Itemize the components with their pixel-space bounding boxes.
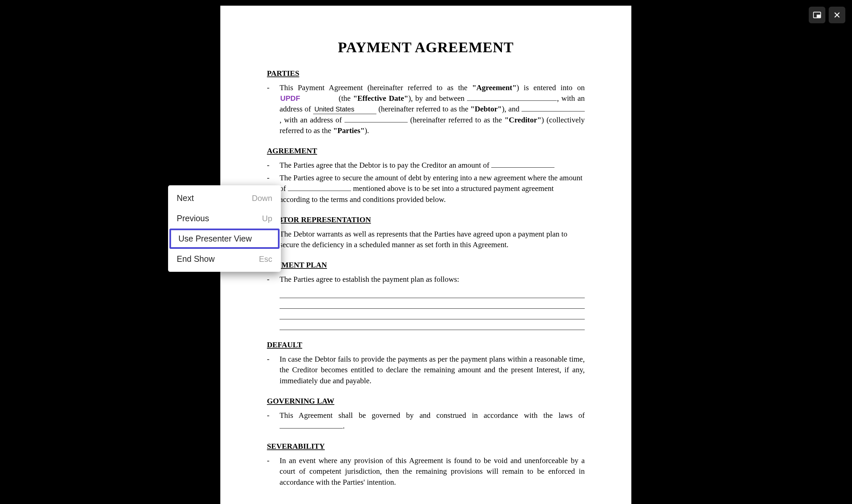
bullet-dash: - [267,354,280,386]
agreement-bold: "Agreement" [472,84,516,92]
bullet-dash: - [267,274,280,285]
parties-text: This Payment Agreement (hereinafter refe… [280,83,585,136]
top-controls [809,7,845,23]
debtor-bold: "Debtor" [470,105,502,113]
text-span: . [343,422,345,430]
governing-law-text: This Agreement shall be governed by and … [280,410,585,431]
menu-item-next[interactable]: Next Down [168,188,281,208]
context-menu: Next Down Previous Up Use Presenter View… [168,185,281,272]
document-page: PAYMENT AGREEMENT PARTIES - This Payment… [220,6,631,504]
agreement-bullet-1: - The Parties agree that the Debtor is t… [267,160,585,171]
blank-line-1[interactable] [280,288,585,298]
bullet-dash: - [267,83,280,136]
bullet-dash: - [267,410,280,431]
address-field[interactable]: United States [313,105,376,114]
bullet-dash: - [267,160,280,171]
between-blank[interactable] [467,101,557,101]
debtor-rep-bullet: - The Debtor warrants as well as represe… [267,229,585,250]
menu-shortcut: Up [262,214,272,223]
text-span: This Payment Agreement (hereinafter refe… [280,84,472,92]
payment-plan-text: The Parties agree to establish the payme… [280,274,585,285]
creditor-bold: "Creditor" [504,116,542,124]
text-span: This Agreement shall be governed by and … [280,411,585,419]
and-blank[interactable] [521,111,585,111]
pip-button[interactable] [809,7,826,23]
menu-label: End Show [177,254,215,264]
svg-rect-1 [817,15,820,17]
menu-label: Previous [177,214,209,223]
text-span: (hereinafter referred to as the [376,105,471,113]
text-span: (hereinafter referred to as the [408,116,504,124]
menu-item-previous[interactable]: Previous Up [168,208,281,229]
bullet-dash: - [267,455,280,488]
agreement-bullet-2: - The Parties agree to secure the amount… [267,173,585,205]
parties-bullet: - This Payment Agreement (hereinafter re… [267,83,585,136]
section-agreement-heading: AGREEMENT [267,147,585,155]
close-button[interactable] [829,7,845,23]
effdate-bold: "Effective Date" [353,94,408,103]
updf-field[interactable]: UPDF [280,93,336,104]
menu-shortcut: Esc [259,254,272,264]
severability-bullet: - In an event where any provision of thi… [267,455,585,488]
section-payment-plan-heading: PAYMENT PLAN [267,261,585,269]
amount2-blank[interactable] [288,191,351,191]
blank-line-4[interactable] [280,320,585,330]
section-severability-heading: SEVERABILITY [267,442,585,451]
text-span: mentioned above is to be set into a stru… [280,184,554,203]
menu-label: Use Presenter View [178,234,252,244]
menu-shortcut: Down [252,194,272,203]
document-title: PAYMENT AGREEMENT [267,39,585,56]
blank-line-3[interactable] [280,309,585,319]
law-blank[interactable] [280,428,343,429]
address2-blank[interactable] [344,122,408,122]
section-governing-law-heading: GOVERNING LAW [267,397,585,406]
text-span: (the [336,94,353,103]
section-default-heading: DEFAULT [267,341,585,349]
amount-blank[interactable] [491,167,554,168]
text-span: ). [365,126,369,135]
agreement-text-1: The Parties agree that the Debtor is to … [280,160,585,171]
menu-item-presenter-view[interactable]: Use Presenter View [170,229,280,249]
severability-text: In an event where any provision of this … [280,455,585,488]
text-span: ), by and between [408,94,467,103]
payment-plan-blank-lines [280,288,585,330]
blank-line-2[interactable] [280,299,585,309]
close-icon [833,11,841,19]
text-span: The Parties agree that the Debtor is to … [280,161,491,169]
default-text: In case the Debtor fails to provide the … [280,354,585,386]
menu-label: Next [177,193,194,203]
default-bullet: - In case the Debtor fails to provide th… [267,354,585,386]
text-span: , with an address of [280,116,344,124]
agreement-text-2: The Parties agree to secure the amount o… [280,173,585,205]
debtor-rep-text: The Debtor warrants as well as represent… [280,229,585,250]
section-debtor-rep-heading: DEBTOR REPRESENTATION [267,216,585,224]
menu-item-end-show[interactable]: End Show Esc [168,249,281,269]
pip-icon [813,11,821,19]
text-span: ) is entered into on [516,84,585,92]
parties-bold: "Parties" [333,126,365,135]
governing-law-bullet: - This Agreement shall be governed by an… [267,410,585,431]
section-parties-heading: PARTIES [267,69,585,78]
text-span: ), and [502,105,521,113]
payment-plan-bullet: - The Parties agree to establish the pay… [267,274,585,285]
